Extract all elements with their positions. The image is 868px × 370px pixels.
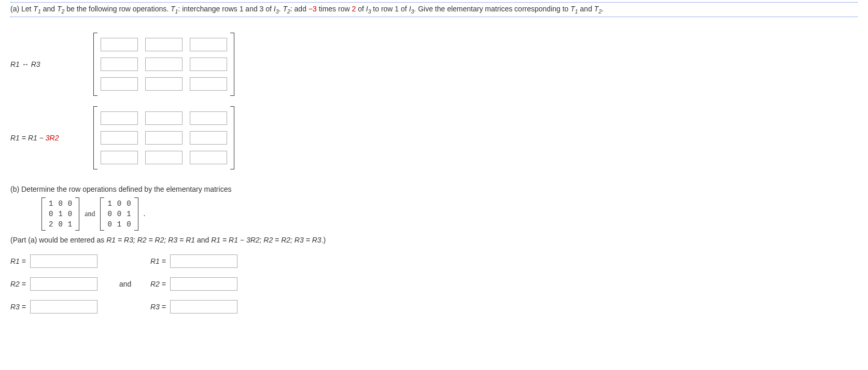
matrix2-cell-0-1[interactable] bbox=[145, 111, 183, 125]
answer-label-r3-right: R3 = bbox=[150, 303, 166, 311]
static-matrix-2: 100 001 010 bbox=[100, 197, 138, 231]
answer-row-1: R1 = R1 = bbox=[10, 254, 858, 268]
matrix1-cell-0-2[interactable] bbox=[190, 38, 227, 51]
matrix1-cell-1-1[interactable] bbox=[145, 58, 183, 71]
bracket-left-icon bbox=[100, 197, 104, 231]
operation-label-1: R1 ↔ R3 bbox=[10, 60, 93, 68]
matrix2-cell-2-0[interactable] bbox=[101, 151, 138, 164]
answer-input-r2-left[interactable] bbox=[30, 277, 97, 291]
matrix1-cell-0-1[interactable] bbox=[145, 38, 183, 51]
static-matrices-row: 100 010 201 and 100 001 010 . bbox=[41, 197, 858, 231]
matrix2-cell-0-0[interactable] bbox=[101, 111, 138, 125]
matrix2-cell-1-2[interactable] bbox=[190, 131, 227, 145]
matrix1-cell-2-0[interactable] bbox=[101, 77, 138, 91]
text: (a) Let bbox=[10, 5, 33, 13]
operation-label-2: R1 = R1 − 3R2 bbox=[10, 134, 93, 142]
matrix1-cell-2-2[interactable] bbox=[190, 77, 227, 91]
matrix2-cell-2-1[interactable] bbox=[145, 151, 183, 164]
part-b-intro: (b) Determine the row operations defined… bbox=[10, 185, 858, 193]
bracket-right-icon bbox=[230, 33, 234, 96]
bracket-right-icon bbox=[134, 197, 138, 231]
matrix2-cell-2-2[interactable] bbox=[190, 151, 227, 164]
matrix-input-row-2: R1 = R1 − 3R2 bbox=[10, 106, 858, 169]
bracket-left-icon bbox=[41, 197, 46, 231]
answer-label-r2-right: R2 = bbox=[150, 280, 166, 288]
entry-hint: (Part (a) would be entered as R1 = R3; R… bbox=[10, 236, 858, 244]
bracket-left-icon bbox=[93, 33, 97, 96]
static-matrix-1: 100 010 201 bbox=[41, 197, 79, 231]
part-a-question: (a) Let T1 and T2 be the following row o… bbox=[10, 2, 858, 17]
answer-label-r1-right: R1 = bbox=[150, 257, 166, 265]
answer-label-r3-left: R3 = bbox=[10, 303, 26, 311]
answer-input-r3-right[interactable] bbox=[170, 300, 237, 314]
answer-input-r3-left[interactable] bbox=[30, 300, 97, 314]
matrix1-cell-1-2[interactable] bbox=[190, 58, 227, 71]
matrix2-cell-1-1[interactable] bbox=[145, 131, 183, 145]
answer-input-r1-right[interactable] bbox=[170, 254, 237, 268]
answer-label-r2-left: R2 = bbox=[10, 280, 26, 288]
bracket-right-icon bbox=[230, 106, 234, 169]
answer-row-3: R3 = R3 = bbox=[10, 300, 858, 314]
answer-input-r2-right[interactable] bbox=[170, 277, 237, 291]
answer-row-2: R2 = and R2 = bbox=[10, 277, 858, 291]
answer-label-r1-left: R1 = bbox=[10, 257, 26, 265]
bracket-left-icon bbox=[93, 106, 97, 169]
answer-input-r1-left[interactable] bbox=[30, 254, 97, 268]
matrix1-cell-1-0[interactable] bbox=[101, 58, 138, 71]
matrix-input-row-1: R1 ↔ R3 bbox=[10, 33, 858, 96]
and-label: and bbox=[119, 280, 150, 288]
matrix2-cell-0-2[interactable] bbox=[190, 111, 227, 125]
and-text: and bbox=[85, 210, 95, 218]
bracket-right-icon bbox=[75, 197, 79, 231]
matrix1-cell-2-1[interactable] bbox=[145, 77, 183, 91]
matrix1-cell-0-0[interactable] bbox=[101, 38, 138, 51]
matrix2-cell-1-0[interactable] bbox=[101, 131, 138, 145]
